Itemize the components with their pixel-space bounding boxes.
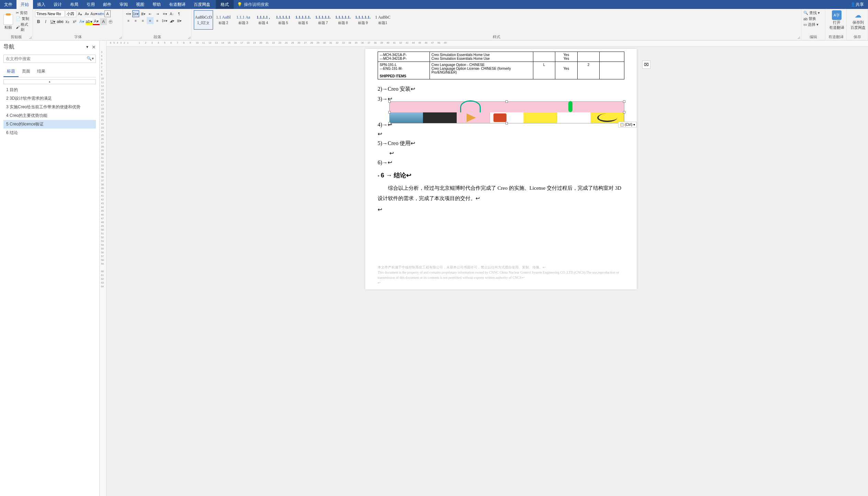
tab-design[interactable]: 设计	[49, 0, 66, 9]
group-editing-label: 编辑	[803, 34, 823, 40]
select-icon: ▭	[803, 22, 807, 27]
share-button[interactable]: 👤 共享	[846, 2, 868, 8]
find-button[interactable]: 🔍查找▾	[803, 10, 823, 15]
style-item-h7[interactable]: 1.1.1.1.1.标题 7	[313, 10, 333, 30]
style-item-normal[interactable]: AaBbCcD1_0正文	[194, 10, 213, 30]
phonetic-guide-button[interactable]: wén	[98, 10, 104, 17]
paste-icon[interactable]	[3, 14, 13, 25]
align-left-button[interactable]: ≡	[125, 17, 132, 24]
nav-dropdown[interactable]: ▼	[86, 45, 89, 49]
borders-button[interactable]: ⊞▾	[176, 17, 182, 24]
align-center-button[interactable]: ≡	[132, 17, 139, 24]
font-color-button[interactable]: A▾	[93, 18, 100, 25]
paste-options-badge[interactable]: 📋(Ctrl) ▾	[618, 122, 637, 128]
tab-file[interactable]: 文件	[0, 0, 16, 9]
superscript-button[interactable]: x²	[71, 18, 78, 25]
subscript-button[interactable]: x₂	[64, 18, 71, 25]
paragraph-dialog-launcher[interactable]: ◿	[188, 36, 190, 39]
copy-button[interactable]: 📄复制	[16, 16, 31, 21]
nav-search-input[interactable]	[3, 55, 96, 63]
style-item-h5[interactable]: 1.1.1.1.1标题 5	[274, 10, 293, 30]
tab-layout[interactable]: 布局	[66, 0, 82, 9]
style-item-h6[interactable]: 1.1.1.1.1.标题 6	[293, 10, 313, 30]
highlight-button[interactable]: ab▾	[86, 18, 92, 25]
horizontal-ruler[interactable]: 6543211234567891011121314151617181920212…	[107, 41, 868, 47]
nav-item-1[interactable]: 1 目的	[3, 86, 96, 94]
nav-expand-all[interactable]: ▴	[3, 79, 96, 84]
select-button[interactable]: ▭选择▾	[803, 22, 823, 27]
underline-button[interactable]: U▾	[49, 18, 56, 25]
style-item-h3[interactable]: 1.1.1 Aa标题 3	[234, 10, 253, 30]
search-icon[interactable]: 🔍▾	[87, 56, 94, 61]
multilevel-button[interactable]: ≣▾	[140, 10, 146, 17]
group-translate-label: 有道翻译	[827, 34, 844, 40]
styles-gallery[interactable]: AaBbCcD1_0正文 1.1 AaBl标题 2 1.1.1 Aa标题 3 1…	[194, 10, 799, 30]
tab-help[interactable]: 帮助	[148, 0, 165, 9]
font-size-select[interactable]	[65, 10, 76, 17]
style-item-h2[interactable]: 1.1 AaBl标题 2	[214, 10, 233, 30]
align-right-button[interactable]: ≡	[140, 17, 146, 24]
nav-item-5[interactable]: 5 Creo的licence验证	[3, 120, 96, 129]
tab-format[interactable]: 格式	[216, 0, 234, 9]
style-item-h1[interactable]: 1 AaBbC标题1	[373, 10, 392, 30]
tab-insert[interactable]: 插入	[33, 0, 49, 9]
vertical-ruler[interactable]: 3456789101112131415161718192021222324252…	[100, 41, 107, 496]
style-item-h9[interactable]: 1.1.1.1.1.标题 9	[353, 10, 372, 30]
replace-button[interactable]: ab替换	[803, 16, 823, 21]
nav-close-button[interactable]: ✕	[92, 44, 96, 50]
page-scroll[interactable]: ⌧ ---MCH-3421A-P----MCH-3421B-P- Creo Si…	[137, 47, 865, 496]
bullets-button[interactable]: •≡▾	[125, 10, 132, 17]
shading-button[interactable]: ◢▾	[168, 17, 175, 24]
nav-tab-results[interactable]: 结果	[34, 66, 49, 77]
bold-button[interactable]: B	[35, 18, 42, 25]
char-border-button[interactable]: A	[104, 10, 111, 17]
ribbon: 粘贴 ✂剪切 📄复制 🖌格式刷 剪贴板 ◿ A▴ A▾ Aa▾ wén A	[0, 9, 868, 41]
paste-label[interactable]: 粘贴	[4, 25, 12, 30]
increase-indent-button[interactable]: ⇥	[154, 10, 161, 17]
sort-button[interactable]: A↓	[168, 10, 175, 17]
grow-font-button[interactable]: A▴	[77, 10, 83, 17]
tab-youdao[interactable]: 有道翻译	[165, 0, 190, 9]
nav-item-3[interactable]: 3 实施Creo给当前工作带来的便捷和优势	[3, 103, 96, 111]
asian-layout-button[interactable]: ✕▾	[161, 10, 168, 17]
format-painter-button[interactable]: 🖌格式刷	[16, 22, 31, 32]
strikethrough-button[interactable]: abc	[57, 18, 64, 25]
group-styles-label: 样式	[194, 34, 799, 40]
text-effects-button[interactable]: A▾	[78, 18, 85, 25]
nav-item-6[interactable]: 6 结论	[3, 129, 96, 137]
style-item-h4[interactable]: 1.1.1.1 ,标题 4	[254, 10, 273, 30]
body-line-parab: ↩	[378, 206, 624, 213]
tab-view[interactable]: 视图	[132, 0, 148, 9]
line-spacing-button[interactable]: ‡≡▾	[161, 17, 168, 24]
clipboard-dialog-launcher[interactable]: ◿	[29, 36, 32, 39]
embedded-image-selected[interactable]	[389, 101, 624, 123]
italic-button[interactable]: I	[42, 18, 49, 25]
save-baidu-button[interactable]: ☁ 保存到百度网盘	[849, 10, 867, 30]
font-dialog-launcher[interactable]: ◿	[119, 36, 122, 39]
cut-button[interactable]: ✂剪切	[16, 10, 31, 15]
distributed-button[interactable]: ≡	[154, 17, 161, 24]
style-item-h8[interactable]: 1.1.1.1.1.标题 8	[333, 10, 353, 30]
nav-item-4[interactable]: 4 Creo的主要优势功能	[3, 111, 96, 120]
tell-me-search[interactable]: 💡 操作说明搜索	[237, 2, 269, 8]
tab-references[interactable]: 引用	[82, 0, 99, 9]
tab-baidu[interactable]: 百度网盘	[190, 0, 214, 9]
nav-item-2[interactable]: 2 3D设计软件需求的满足	[3, 94, 96, 103]
shrink-font-button[interactable]: A▾	[84, 10, 90, 17]
tab-home[interactable]: 开始	[16, 0, 33, 9]
nav-tab-headings[interactable]: 标题	[3, 66, 19, 77]
change-case-button[interactable]: Aa▾	[91, 10, 97, 17]
font-name-select[interactable]	[35, 10, 65, 17]
tab-review[interactable]: 审阅	[115, 0, 132, 9]
show-marks-button[interactable]: ¶	[176, 10, 182, 17]
styles-dialog-launcher[interactable]: ◿	[798, 36, 800, 39]
numbering-button[interactable]: 1≡▾	[132, 10, 139, 17]
tab-mailings[interactable]: 邮件	[99, 0, 115, 9]
char-shading-button[interactable]: A	[100, 18, 107, 25]
justify-button[interactable]: ≡	[147, 17, 154, 24]
enclose-char-button[interactable]: ㊥	[107, 18, 114, 25]
open-youdao-button[interactable]: A字 打开有道翻译	[827, 10, 846, 30]
layout-options-button[interactable]: ⌧	[642, 60, 650, 69]
decrease-indent-button[interactable]: ⇤	[147, 10, 154, 17]
nav-tab-pages[interactable]: 页面	[19, 66, 34, 77]
